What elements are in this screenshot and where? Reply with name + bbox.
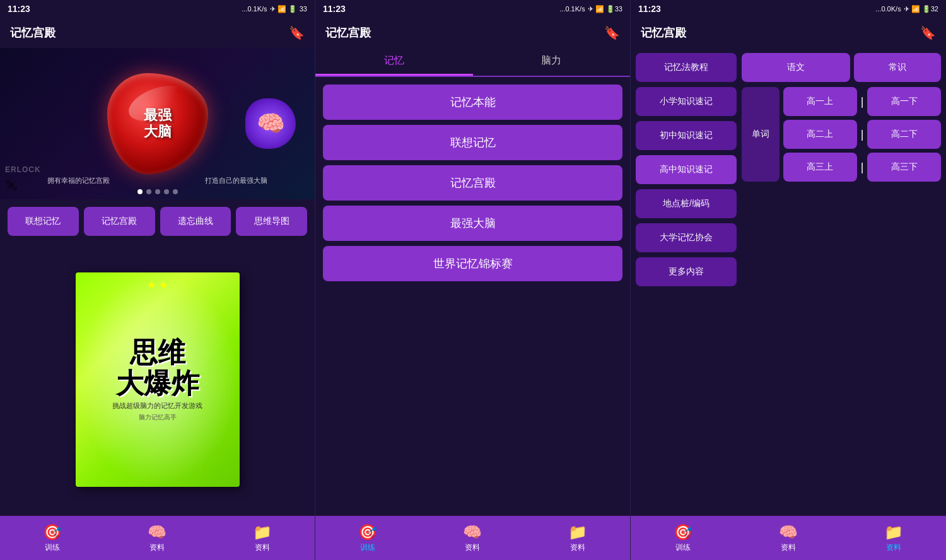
nav-training-2[interactable]: 🎯 训练 (358, 523, 377, 553)
subtitle-1: 拥有幸福的记忆宫殿 (47, 176, 110, 185)
cat-primary[interactable]: 小学知识速记 (636, 87, 737, 116)
cat-more[interactable]: 更多内容 (636, 257, 737, 286)
quick-btn-mindmap[interactable]: 思维导图 (236, 207, 307, 236)
dots-indicator (137, 189, 178, 194)
quick-btn-forgetting[interactable]: 遗忘曲线 (160, 207, 231, 236)
status-bar-2: 11:23 ...0.1K/s ✈ 📶 🔋33 (315, 0, 630, 18)
menu-item-instinct[interactable]: 记忆本能 (323, 85, 622, 120)
signal-icon-2: ✈ 📶 🔋33 (588, 5, 622, 13)
bookmark-icon-1[interactable]: 🔖 (289, 25, 305, 40)
app-header-3: 记忆宫殿 🔖 (631, 18, 946, 48)
cat-common-knowledge[interactable]: 常识 (854, 53, 941, 82)
app-title-3: 记忆宫殿 (641, 25, 686, 40)
nav-brain-1[interactable]: 🧠 资料 (148, 523, 166, 553)
book-note: 脑力记忆高手 (139, 413, 177, 422)
watermark-text: ERLOCK (5, 165, 41, 174)
quick-buttons: 联想记忆 记忆宫殿 遗忘曲线 思维导图 (0, 199, 315, 243)
cat-row-g3: 高三上 | 高三下 (783, 153, 941, 182)
cat-g2-down[interactable]: 高二下 (867, 120, 941, 149)
cat-g1-down[interactable]: 高一下 (867, 87, 941, 116)
nav-folder-1[interactable]: 📁 资料 (253, 523, 272, 553)
cat-right: 语文 常识 单词 高一上 | 高一下 高二上 | 高二下 (742, 53, 941, 511)
app-header-2: 记忆宫殿 🔖 (315, 18, 630, 48)
cat-row-top: 语文 常识 (742, 53, 941, 82)
folder-icon-3: 📁 (884, 523, 903, 541)
category-grid: 记忆法教程 小学知识速记 初中知识速记 高中知识速记 地点桩/编码 大学记忆协会… (631, 48, 946, 516)
cat-g2-up[interactable]: 高二上 (783, 120, 857, 149)
status-icons-1: ...0.1K/s ✈ 📶 🔋 33 (242, 5, 307, 13)
cat-memory-method[interactable]: 记忆法教程 (636, 53, 737, 82)
cat-grade-rows: 高一上 | 高一下 高二上 | 高二下 高三上 | 高三下 (783, 87, 941, 182)
book-title-main: 思维大爆炸 (116, 337, 199, 399)
nav-folder-3[interactable]: 📁 资料 (884, 523, 903, 553)
training-icon-3: 🎯 (674, 523, 692, 541)
battery-1: 33 (300, 5, 307, 13)
brain-nav-icon-3: 🧠 (779, 523, 798, 541)
app-title-1: 记忆宫殿 (10, 25, 55, 40)
cat-g3-down[interactable]: 高三下 (867, 153, 941, 182)
menu-item-championship[interactable]: 世界记忆锦标赛 (323, 246, 622, 281)
status-icons-3: ...0.0K/s ✈ 📶 🔋32 (875, 5, 938, 13)
panel-3: 11:23 ...0.0K/s ✈ 📶 🔋32 记忆宫殿 🔖 记忆法教程 小学知… (631, 0, 946, 560)
signal-icon-1: ✈ 📶 🔋 (270, 5, 297, 13)
cat-vocab-label: 单词 (742, 87, 780, 182)
nav-brain-3[interactable]: 🧠 资料 (779, 523, 798, 553)
book-subtitle: 挑战超级脑力的记忆开发游戏 (112, 401, 202, 411)
cat-location[interactable]: 地点桩/编码 (636, 189, 737, 218)
nav-training-1[interactable]: 🎯 训练 (43, 523, 62, 553)
cat-vocab-text: 单词 (752, 129, 769, 140)
book-cover[interactable]: ★ ★ 思维大爆炸 挑战超级脑力的记忆开发游戏 脑力记忆高手 (76, 272, 240, 487)
nav-brain-2[interactable]: 🧠 资料 (463, 523, 482, 553)
folder-label-3: 资料 (886, 542, 901, 553)
status-bar-1: 11:23 ...0.1K/s ✈ 📶 🔋 33 (0, 0, 315, 18)
training-icon-1: 🎯 (43, 523, 62, 541)
cat-university[interactable]: 大学记忆协会 (636, 223, 737, 252)
dot-5[interactable] (173, 189, 178, 194)
menu-item-association[interactable]: 联想记忆 (323, 125, 622, 160)
menu-tabs: 记忆 脑力 (315, 48, 630, 77)
cat-g1-up[interactable]: 高一上 (783, 87, 857, 116)
menu-item-strongest[interactable]: 最强大脑 (323, 206, 622, 241)
tab-brain[interactable]: 脑力 (473, 48, 631, 76)
cat-divider-2: | (861, 128, 864, 141)
dot-4[interactable] (164, 189, 169, 194)
dot-1[interactable] (137, 189, 143, 194)
quick-btn-palace[interactable]: 记忆宫殿 (84, 207, 155, 236)
brain-label-3: 资料 (781, 542, 796, 553)
banner-subtitles: 拥有幸福的记忆宫殿 打造自己的最强大脑 (0, 176, 315, 185)
cat-high[interactable]: 高中知识速记 (636, 155, 737, 184)
dot-2[interactable] (146, 189, 151, 194)
training-icon-2: 🎯 (358, 523, 377, 541)
brain-icon: 🧠 (245, 98, 296, 149)
app-title-2: 记忆宫殿 (325, 25, 371, 40)
quick-btn-association[interactable]: 联想记忆 (8, 207, 79, 236)
bottom-nav-1: 🎯 训练 🧠 资料 📁 资料 (0, 516, 315, 560)
dot-3[interactable] (155, 189, 160, 194)
panel-1: 11:23 ...0.1K/s ✈ 📶 🔋 33 记忆宫殿 🔖 最强大脑 🧠 E… (0, 0, 315, 560)
status-time-3: 11:23 (638, 4, 661, 14)
cat-middle[interactable]: 初中知识速记 (636, 121, 737, 150)
cat-divider-3: | (861, 161, 864, 174)
cat-g3-up[interactable]: 高三上 (783, 153, 857, 182)
bookmark-icon-2[interactable]: 🔖 (604, 25, 620, 40)
brain-label-1: 资料 (149, 542, 165, 553)
nav-training-3[interactable]: 🎯 训练 (674, 523, 692, 553)
nav-folder-2[interactable]: 📁 资料 (568, 523, 587, 553)
status-bar-3: 11:23 ...0.0K/s ✈ 📶 🔋32 (631, 0, 946, 18)
menu-item-palace[interactable]: 记忆宫殿 (323, 165, 622, 201)
network-speed-1: ...0.1K/s (242, 5, 267, 13)
brain-label-2: 资料 (465, 542, 480, 553)
cat-row-g2: 高二上 | 高二下 (783, 120, 941, 149)
tab-memory[interactable]: 记忆 (315, 48, 473, 76)
folder-icon-1: 📁 (253, 523, 272, 541)
cat-left: 记忆法教程 小学知识速记 初中知识速记 高中知识速记 地点桩/编码 大学记忆协会… (636, 53, 737, 511)
status-icons-2: ...0.1K/s ✈ 📶 🔋33 (559, 5, 622, 13)
status-time-2: 11:23 (323, 4, 346, 14)
network-speed-2: ...0.1K/s (559, 5, 585, 13)
brain-nav-icon-2: 🧠 (463, 523, 482, 541)
bookmark-icon-3[interactable]: 🔖 (920, 25, 936, 40)
cat-chinese[interactable]: 语文 (742, 53, 850, 82)
training-label-2: 训练 (360, 542, 375, 553)
bottom-nav-3: 🎯 训练 🧠 资料 📁 资料 (631, 516, 946, 560)
panel-2: 11:23 ...0.1K/s ✈ 📶 🔋33 记忆宫殿 🔖 记忆 脑力 记忆本… (315, 0, 631, 560)
